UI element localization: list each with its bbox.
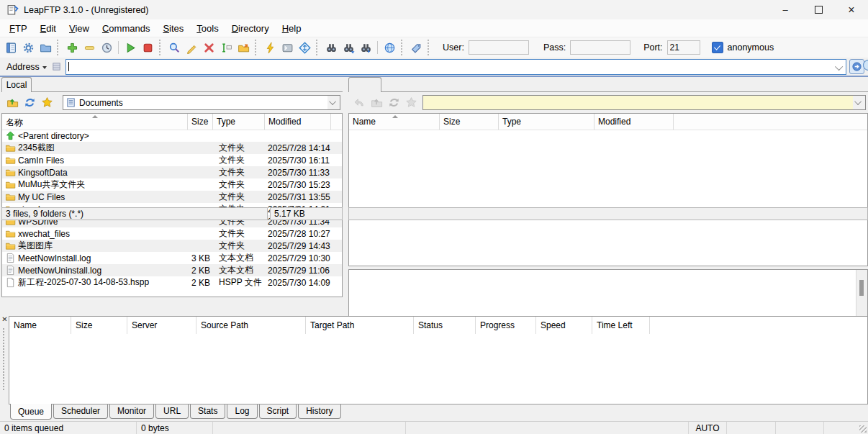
tag-button[interactable] bbox=[407, 40, 425, 56]
remote-file-list: NameSizeTypeModified bbox=[348, 113, 868, 266]
schedule-button[interactable] bbox=[98, 40, 115, 56]
local-path-chevron-icon[interactable] bbox=[327, 96, 340, 109]
remote-undo-button[interactable] bbox=[351, 95, 368, 111]
window-title: LeapFTP 3.1.0 - (Unregistered) bbox=[24, 5, 148, 15]
transfer-mode-button[interactable] bbox=[296, 40, 313, 56]
queue-column-source-path[interactable]: Source Path bbox=[196, 317, 306, 334]
minimize-button[interactable]: – bbox=[769, 0, 802, 19]
file-row[interactable]: MeetNowUninstall.log2 KB文本文档2025/7/29 11… bbox=[2, 264, 342, 276]
find-files-button[interactable] bbox=[340, 40, 357, 56]
anonymous-checkbox[interactable] bbox=[712, 42, 723, 53]
remote-path-combo[interactable] bbox=[422, 95, 866, 110]
rename-button[interactable] bbox=[217, 40, 235, 56]
queue-column-progress[interactable]: Progress bbox=[476, 317, 536, 334]
file-name-cell: MeetNowInstall.log bbox=[2, 253, 188, 263]
menu-directory[interactable]: Directory bbox=[225, 21, 276, 36]
tab-log[interactable]: Log bbox=[227, 404, 257, 419]
local-favorites-button[interactable] bbox=[38, 95, 55, 111]
queue-column-status[interactable]: Status bbox=[414, 317, 476, 334]
menu-edit[interactable]: Edit bbox=[34, 21, 63, 36]
file-row[interactable]: My UC Files文件夹2025/7/31 13:55 bbox=[2, 191, 342, 203]
tab-queue[interactable]: Queue bbox=[10, 404, 52, 420]
remote-column-Size[interactable]: Size bbox=[440, 114, 499, 130]
view-button[interactable] bbox=[166, 40, 183, 56]
file-row[interactable]: <Parent directory> bbox=[2, 130, 342, 142]
queue-column-time-left[interactable]: Time Left bbox=[592, 317, 650, 334]
local-folder-up-button[interactable] bbox=[4, 95, 21, 111]
queue-grip[interactable] bbox=[3, 328, 6, 390]
queue-close-button[interactable]: ✕ bbox=[1, 316, 9, 324]
edit-button[interactable] bbox=[183, 40, 200, 56]
menu-view[interactable]: View bbox=[63, 21, 96, 36]
file-row[interactable]: 新工程-2025-07-30 14-08-53.hspp2 KBHSPP 文件2… bbox=[2, 276, 342, 289]
address-label[interactable]: Address bbox=[6, 62, 40, 72]
log-scrollbar-thumb[interactable] bbox=[859, 280, 864, 296]
new-folder-button[interactable] bbox=[37, 40, 54, 56]
resize-grip-icon[interactable] bbox=[859, 425, 867, 433]
find-next-icon bbox=[360, 42, 372, 54]
site-manager-button[interactable] bbox=[2, 40, 19, 56]
address-history-chevron-icon[interactable] bbox=[835, 62, 843, 70]
remote-favorites-button[interactable] bbox=[402, 95, 420, 111]
local-column-Type[interactable]: Type bbox=[213, 114, 265, 130]
tab-script[interactable]: Script bbox=[259, 404, 297, 419]
file-row[interactable]: MeetNowInstall.log3 KB文本文档2025/7/29 10:3… bbox=[2, 252, 342, 264]
tab-scheduler[interactable]: Scheduler bbox=[53, 404, 108, 419]
queue-column-speed[interactable]: Speed bbox=[536, 317, 592, 334]
maximize-button[interactable] bbox=[802, 0, 835, 19]
local-column-Size[interactable]: Size bbox=[188, 114, 213, 130]
find-button[interactable] bbox=[322, 40, 340, 56]
remote-refresh-button[interactable] bbox=[385, 95, 402, 111]
pass-input[interactable] bbox=[570, 40, 630, 55]
connect-button[interactable] bbox=[63, 40, 81, 56]
menu-sites[interactable]: Sites bbox=[156, 21, 190, 36]
remote-column-Type[interactable]: Type bbox=[499, 114, 595, 130]
file-row[interactable]: CamIn Files文件夹2025/7/30 16:11 bbox=[2, 154, 342, 166]
stop-button[interactable] bbox=[139, 40, 156, 56]
tab-history[interactable]: History bbox=[298, 404, 340, 419]
local-refresh-button[interactable] bbox=[21, 95, 38, 111]
disconnect-button[interactable] bbox=[81, 40, 98, 56]
file-row[interactable]: MuMu共享文件夹文件夹2025/7/30 15:23 bbox=[2, 178, 342, 191]
web-button[interactable] bbox=[381, 40, 398, 56]
menu-tools[interactable]: Tools bbox=[190, 21, 225, 36]
console-button[interactable] bbox=[279, 40, 296, 56]
tab-monitor[interactable]: Monitor bbox=[109, 404, 154, 419]
statusbar-cell bbox=[213, 422, 406, 434]
tab-url[interactable]: URL bbox=[155, 404, 189, 419]
tab-remote[interactable] bbox=[348, 77, 381, 92]
queue-column-size[interactable]: Size bbox=[71, 317, 127, 334]
port-input[interactable] bbox=[667, 40, 700, 55]
go-button[interactable] bbox=[122, 40, 139, 56]
address-dropdown-caret-icon[interactable] bbox=[42, 66, 47, 69]
options-button[interactable] bbox=[19, 40, 37, 56]
go-button[interactable] bbox=[849, 59, 864, 74]
tab-stats[interactable]: Stats bbox=[190, 404, 225, 419]
local-column-Modified[interactable]: Modified bbox=[265, 114, 331, 130]
move-button[interactable] bbox=[235, 40, 252, 56]
file-size-cell: 3 KB bbox=[188, 253, 213, 263]
local-path-combo[interactable]: Documents bbox=[63, 95, 340, 110]
queue-column-target-path[interactable]: Target Path bbox=[306, 317, 414, 334]
close-button[interactable]: × bbox=[835, 0, 868, 19]
queue-column-server[interactable]: Server bbox=[127, 317, 196, 334]
file-row[interactable]: 美图图库文件夹2025/7/29 14:43 bbox=[2, 240, 342, 252]
file-row[interactable]: KingsoftData文件夹2025/7/30 11:33 bbox=[2, 166, 342, 178]
menu-help[interactable]: Help bbox=[276, 21, 308, 36]
tab-local[interactable]: Local bbox=[1, 77, 32, 92]
file-name: MeetNowInstall.log bbox=[18, 253, 91, 263]
user-input[interactable] bbox=[469, 40, 529, 55]
remote-path-chevron-icon[interactable] bbox=[853, 96, 865, 109]
remote-column-Modified[interactable]: Modified bbox=[595, 114, 674, 130]
file-row[interactable]: xwechat_files文件夹2025/7/28 10:27 bbox=[2, 227, 342, 240]
address-input[interactable] bbox=[65, 59, 846, 75]
delete-button[interactable] bbox=[200, 40, 217, 56]
find-next-button[interactable] bbox=[357, 40, 374, 56]
menu-ftp[interactable]: FTP bbox=[3, 21, 34, 36]
remote-folder-up-button[interactable] bbox=[368, 95, 385, 111]
log-scrollbar[interactable] bbox=[856, 270, 867, 316]
quick-connect-button[interactable] bbox=[261, 40, 279, 56]
file-row[interactable]: 2345截图文件夹2025/7/28 14:14 bbox=[2, 142, 342, 154]
menu-commands[interactable]: Commands bbox=[96, 21, 156, 36]
queue-column-name[interactable]: Name bbox=[9, 317, 71, 334]
